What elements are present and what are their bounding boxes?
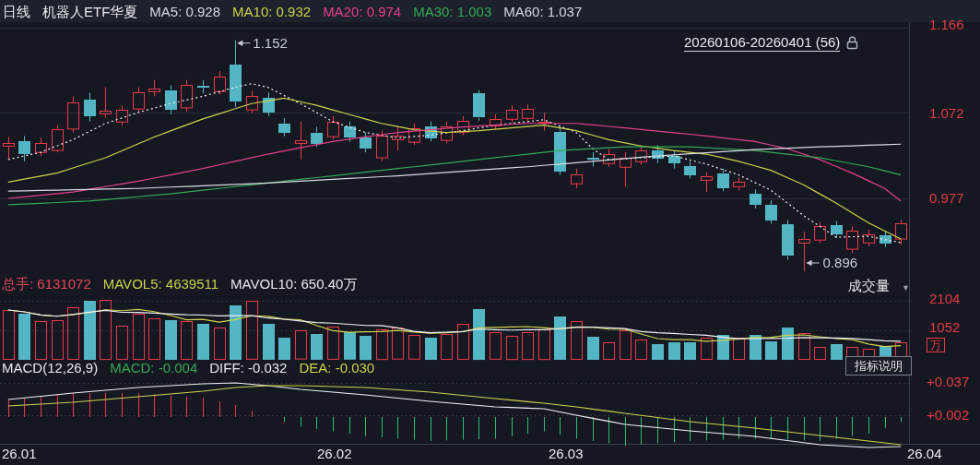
macd-title: MACD(12,26,9): [2, 360, 98, 376]
low-price-annotation: 0.896: [823, 256, 858, 269]
macd-axis-label: +0.002: [927, 408, 969, 423]
indicator-help-button[interactable]: 指标说明: [845, 356, 912, 376]
candlestick-chart-canvas[interactable]: [0, 0, 980, 465]
symbol-name: 机器人ETF华夏: [42, 4, 137, 20]
date-range-label: 20260106-20260401 (56): [684, 34, 840, 52]
volume-total: 总手: 6131072: [2, 276, 91, 292]
ma30-value: MA30: 1.003: [413, 4, 491, 20]
price-axis-label: 0.977: [929, 191, 964, 206]
lock-icon[interactable]: [844, 35, 860, 51]
volume-indicator-label: 成交量: [848, 278, 890, 295]
ma20-value: MA20: 0.974: [323, 4, 401, 20]
x-axis-label: 26.02: [317, 447, 352, 461]
high-price-annotation: 1.152: [253, 36, 288, 50]
chart-header: 日线 机器人ETF华夏 MA5: 0.928 MA10: 0.932 MA20:…: [3, 4, 582, 20]
mavol10-value: MAVOL10: 650.40万: [230, 276, 357, 292]
period-selector[interactable]: 日线: [3, 4, 30, 20]
x-axis-label: 26.04: [907, 447, 942, 461]
volume-unit-badge: 万: [927, 338, 945, 352]
date-range-selector[interactable]: 20260106-20260401 (56): [684, 34, 860, 52]
diff-value: DIFF: -0.032: [209, 360, 287, 376]
price-axis-label: 1.166: [929, 18, 964, 32]
volume-axis-label: 1052: [929, 320, 960, 335]
macd-axis-label: +0.037: [927, 375, 969, 389]
stock-chart-app: 日线 机器人ETF华夏 MA5: 0.928 MA10: 0.932 MA20:…: [0, 0, 980, 465]
chevron-down-icon: ▼: [902, 283, 910, 292]
x-axis-label: 26.01: [2, 447, 37, 461]
volume-header: 总手: 6131072 MAVOL5: 4639511 MAVOL10: 650…: [2, 276, 357, 292]
volume-axis-label: 2104: [929, 292, 960, 306]
ma5-value: MA5: 0.928: [149, 4, 220, 20]
volume-indicator-dropdown[interactable]: 成交量 ▼: [848, 278, 910, 295]
ma60-value: MA60: 1.037: [503, 4, 582, 20]
dea-value: DEA: -0.030: [299, 360, 374, 376]
macd-header: MACD(12,26,9) MACD: -0.004 DIFF: -0.032 …: [2, 360, 374, 376]
x-axis-label: 26.03: [549, 447, 584, 461]
price-axis-label: 1.072: [929, 106, 964, 121]
ma10-value: MA10: 0.932: [232, 4, 311, 20]
mavol5-value: MAVOL5: 4639511: [103, 276, 218, 292]
macd-value: MACD: -0.004: [110, 360, 197, 376]
